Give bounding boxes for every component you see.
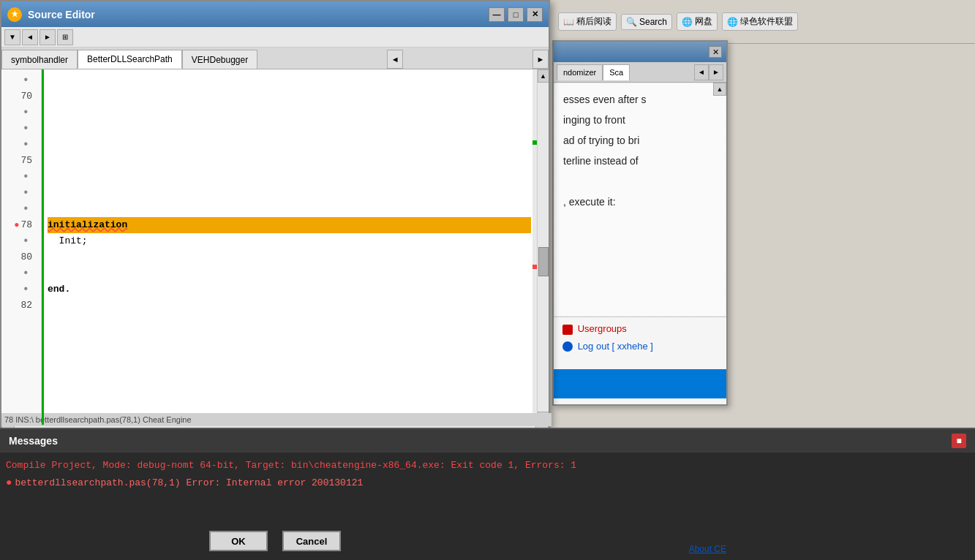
content-line-1: esses even after s [563,89,717,110]
scroll-up-button[interactable]: ▲ [538,69,549,83]
tab-label-betterdllsearchpath: BetterDLLSearchPath [87,54,173,64]
vertical-scrollbar[interactable]: ▲ ▼ [537,69,549,425]
code-line-80 [48,249,531,265]
line-num-80: 80 [1,249,37,265]
green-strip-marker [532,140,537,145]
tab-symbolhandler[interactable]: symbolhandler [1,50,78,69]
code-line-70 [48,88,531,105]
line-num-blank-4 [1,137,37,153]
back-icon: ◄ [26,33,34,41]
error-text-1: Compile Project, Mode: debug-nomt 64-bit… [6,460,576,471]
about-ce-text: About CE [689,544,726,554]
bookmark-item-1[interactable]: 📖 稍后阅读 [558,12,617,31]
line-num-blank-1 [1,72,37,88]
logout-link[interactable]: Log out [ xxhehe ] [562,341,718,352]
code-initialization: initialization [48,217,127,233]
minimize-button[interactable]: — [489,7,505,22]
messages-panel: Messages ■ Compile Project, Mode: debug-… [0,428,975,560]
maximize-button[interactable]: □ [508,7,524,22]
title-icon-symbol: ★ [11,10,18,19]
toolbar-btn-forward[interactable]: ► [39,29,56,45]
second-tab-2[interactable]: Sca [603,64,630,80]
bookmark-item-3[interactable]: 🌐 网盘 [677,12,718,31]
code-line-blank-8 [48,265,531,281]
code-line-init: Init; [48,233,531,249]
close-button[interactable]: ✕ [527,7,543,22]
bookmark-label-2: Search [639,17,667,27]
content-text-4: terline instead of [563,155,639,167]
blue-button-strip[interactable] [554,369,726,398]
second-tab-label-2: Sca [609,68,623,77]
line-num-70: 70 [1,88,37,105]
content-line-4: terline instead of [563,151,717,171]
line-num-blank-6 [1,185,37,201]
tab-label-vehdebugger: VEHDebugger [192,55,248,65]
code-line-blank-1 [48,72,531,88]
bookmark-label-3: 网盘 [695,15,712,28]
usergroups-icon [562,325,573,335]
bookmark-label-1: 稍后阅读 [576,15,611,28]
about-ce-link[interactable]: About CE [689,544,726,554]
tab-betterdllsearchpath[interactable]: BetterDLLSearchPath [78,50,182,69]
green-indicator-line [42,69,44,425]
tab-left-icon: ◄ [391,55,399,64]
code-end: end. [48,281,70,298]
status-bar: 78 INS:\ betterdllsearchpath.pas(78,1) C… [1,413,552,426]
error-text-2: betterdllsearchpath.pas(78,1) Error: Int… [15,474,363,491]
execute-text: , execute it: [563,192,717,212]
usergroups-link[interactable]: Usergroups [562,323,718,335]
second-window: ✕ ndomizer Sca ◄ ► ▲ esses even after s [552,40,728,406]
content-text-1: esses even after s [563,94,647,105]
line-num-blank-8 [1,233,37,249]
code-area[interactable]: initialization Init; end. [42,69,537,425]
error-message-1: Compile Project, Mode: debug-nomt 64-bit… [6,457,969,474]
content-text-3: ad of trying to bri [563,135,639,146]
minimize-icon: — [493,10,501,19]
ok-label: OK [231,536,246,547]
ok-button[interactable]: OK [209,531,268,551]
bookmark-item-4[interactable]: 🌐 绿色软件联盟 [722,12,798,31]
logout-label: Log out [ xxhehe ] [578,341,653,352]
source-editor-window: ★ Source Editor — □ ✕ ▼ ◄ ► ⊞ [0,0,550,428]
line-num-blank-2 [1,105,37,121]
second-close-button[interactable]: ✕ [709,46,722,58]
code-line-end: end. [48,281,531,298]
toolbar-btn-grid[interactable]: ⊞ [57,29,73,45]
tab-vehdebugger[interactable]: VEHDebugger [182,50,257,69]
line-num-82: 82 [1,298,37,314]
tab-scroll-right[interactable]: ► [532,50,549,69]
messages-header: Messages ■ [0,429,975,453]
line-num-blank-3 [1,121,37,137]
line-num-blank-10 [1,281,37,298]
bookmark-label-4: 绿色软件联盟 [740,15,793,28]
line-num-78: 78 [1,217,37,233]
search-icon: 🔍 [626,17,637,27]
toolbar-btn-back[interactable]: ◄ [22,29,38,45]
panel-nav-right[interactable]: ► [709,64,723,80]
scroll-track[interactable] [538,83,549,412]
tab-scroll-left[interactable]: ◄ [387,50,403,69]
logout-icon [562,341,573,352]
bookmark-item-2[interactable]: 🔍 Search [621,14,672,30]
second-tab-1[interactable]: ndomizer [557,64,603,80]
code-line-82 [48,298,531,314]
second-tab-label-1: ndomizer [563,68,596,77]
code-line-blank-5 [48,169,531,185]
cancel-label: Cancel [296,536,328,547]
maximize-icon: □ [513,10,519,19]
content-line-2: inging to front [563,110,717,130]
tab-right-icon: ► [537,55,545,64]
line-num-75: 75 [1,153,37,169]
scroll-thumb[interactable] [538,247,549,276]
code-line-blank-6 [48,185,531,201]
scroll-up-arrow[interactable]: ▲ [713,83,726,96]
cancel-button[interactable]: Cancel [282,531,341,551]
panel-nav-left[interactable]: ◄ [694,64,709,80]
tab-label-symbolhandler: symbolhandler [11,55,68,65]
toolbar-btn-dropdown[interactable]: ▼ [4,29,20,45]
toolbar: ▼ ◄ ► ⊞ [1,27,549,48]
code-line-blank-4 [48,137,531,153]
line-num-blank-9 [1,265,37,281]
messages-close-button[interactable]: ■ [952,434,966,448]
execute-text-label: , execute it: [563,196,616,208]
